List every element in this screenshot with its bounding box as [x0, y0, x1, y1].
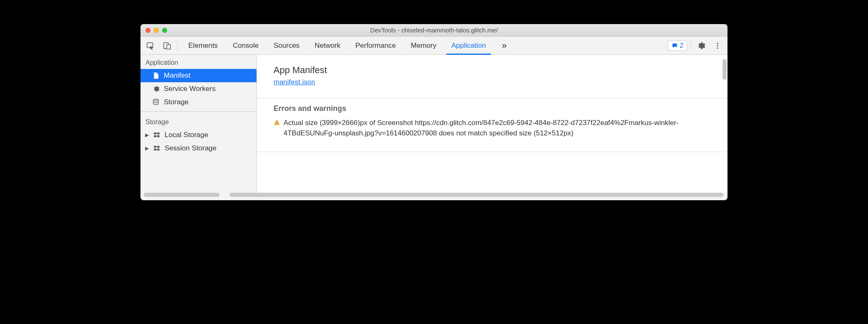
tab-performance[interactable]: Performance [348, 37, 403, 54]
svg-rect-10 [157, 135, 160, 137]
sidebar-item-label: Storage [164, 98, 189, 106]
tab-network[interactable]: Network [307, 37, 348, 54]
errors-section: Errors and warnings Actual size (3999×26… [257, 98, 727, 144]
svg-point-6 [153, 99, 158, 101]
tab-application[interactable]: Application [444, 37, 493, 54]
database-icon [152, 98, 160, 106]
inspect-element-button[interactable] [144, 39, 157, 52]
svg-point-3 [717, 42, 718, 44]
svg-point-4 [717, 45, 718, 46]
window-bottom-bar [141, 193, 727, 200]
window-titlebar: DevTools - chiseled-mammoth-talos.glitch… [141, 24, 727, 37]
svg-rect-13 [154, 149, 156, 151]
svg-rect-11 [154, 146, 156, 148]
devtools-toolbar: Elements Console Sources Network Perform… [141, 37, 727, 55]
tab-elements[interactable]: Elements [181, 37, 225, 54]
panel-title: App Manifest [274, 65, 711, 76]
sidebar-item-local-storage[interactable]: ▶ Local Storage [141, 128, 256, 142]
sidebar-divider [141, 111, 256, 112]
window-close-button[interactable] [145, 28, 150, 33]
tab-console[interactable]: Console [225, 37, 266, 54]
window-minimize-button[interactable] [154, 28, 159, 33]
content-area: Application Manifest Service Workers [141, 55, 727, 193]
sidebar-item-label: Local Storage [165, 131, 208, 139]
warning-row: Actual size (3999×2666)px of Screenshot … [274, 118, 711, 138]
device-icon [163, 41, 172, 50]
message-count: 2 [680, 42, 683, 49]
sidebar-section-application: Application [141, 55, 256, 69]
kebab-icon [713, 42, 722, 50]
svg-rect-16 [276, 124, 277, 124]
main-horizontal-scrollbar[interactable] [229, 193, 723, 197]
tab-memory[interactable]: Memory [403, 37, 444, 54]
sidebar-item-label: Manifest [164, 71, 190, 80]
message-icon [671, 42, 678, 49]
chevron-right-icon: ▶ [145, 132, 149, 138]
devtools-tabs: Elements Console Sources Network Perform… [181, 37, 493, 54]
application-sidebar: Application Manifest Service Workers [141, 55, 257, 193]
sidebar-item-manifest[interactable]: Manifest [141, 69, 256, 82]
svg-rect-15 [276, 121, 277, 123]
grid-icon [153, 131, 160, 139]
window-maximize-button[interactable] [162, 28, 167, 33]
section-divider [257, 152, 727, 152]
console-messages-badge[interactable]: 2 [668, 41, 687, 51]
svg-rect-12 [157, 146, 160, 148]
svg-rect-14 [157, 149, 160, 151]
errors-heading: Errors and warnings [274, 104, 711, 113]
chevron-right-icon: ▶ [145, 145, 149, 151]
sidebar-item-session-storage[interactable]: ▶ Session Storage [141, 142, 256, 155]
tabs-overflow-button[interactable]: » [497, 40, 512, 51]
more-menu-button[interactable] [711, 39, 724, 52]
svg-rect-2 [167, 44, 170, 49]
device-toolbar-button[interactable] [160, 39, 174, 52]
toolbar-divider [177, 41, 178, 51]
manifest-link[interactable]: manifest.json [274, 78, 315, 86]
sidebar-item-service-workers[interactable]: Service Workers [141, 82, 256, 96]
inspect-icon [146, 41, 155, 50]
gear-icon [152, 85, 160, 93]
document-icon [152, 72, 160, 79]
window-title: DevTools - chiseled-mammoth-talos.glitch… [141, 27, 727, 34]
panel-header: App Manifest manifest.json [257, 60, 727, 94]
tab-sources[interactable]: Sources [266, 37, 307, 54]
sidebar-item-label: Service Workers [164, 85, 215, 93]
sidebar-item-storage[interactable]: Storage [141, 96, 256, 109]
settings-button[interactable] [694, 39, 708, 52]
grid-icon [153, 145, 160, 152]
sidebar-item-label: Session Storage [165, 144, 217, 152]
vertical-scrollbar[interactable] [723, 59, 727, 80]
sidebar-horizontal-scrollbar[interactable] [144, 193, 219, 197]
gear-icon [696, 41, 705, 50]
svg-rect-9 [154, 135, 156, 137]
warning-text: Actual size (3999×2666)px of Screenshot … [284, 118, 711, 138]
devtools-window: DevTools - chiseled-mammoth-talos.glitch… [141, 24, 727, 200]
svg-point-5 [717, 47, 718, 49]
sidebar-section-storage: Storage [141, 114, 256, 128]
toolbar-divider [690, 41, 691, 51]
svg-rect-7 [154, 133, 156, 135]
svg-rect-8 [157, 133, 160, 135]
window-controls [141, 28, 167, 33]
warning-icon [274, 119, 280, 129]
manifest-panel: App Manifest manifest.json Errors and wa… [257, 55, 727, 193]
